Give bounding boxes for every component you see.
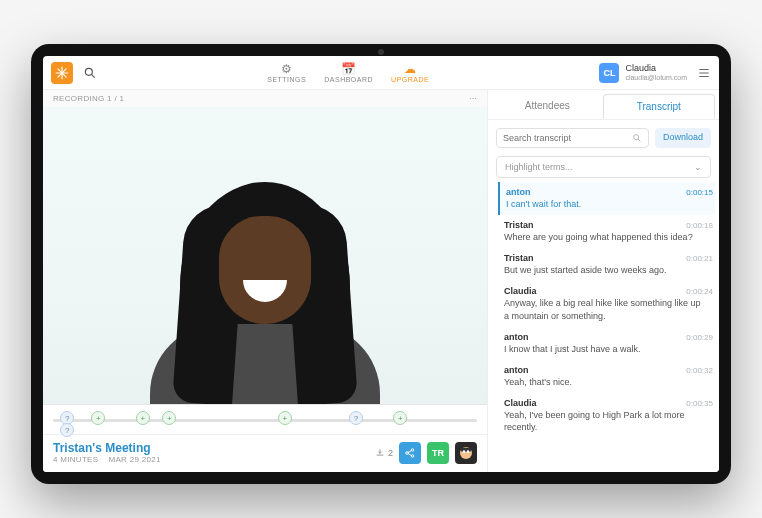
timeline-highlight-marker[interactable]: + bbox=[136, 411, 150, 425]
transcript-badge[interactable]: TR bbox=[427, 442, 449, 464]
transcript-text: But we just started aside two weeks ago. bbox=[504, 264, 713, 276]
nav-label: DASHBOARD bbox=[324, 76, 373, 83]
calendar-icon: 📅 bbox=[341, 63, 357, 75]
transcript-panel: Attendees Transcript Download Highlight … bbox=[487, 90, 719, 472]
highlight-placeholder: Highlight terms... bbox=[505, 162, 573, 172]
search-transcript-input[interactable] bbox=[503, 133, 626, 143]
tablet-camera bbox=[378, 49, 384, 55]
nav-upgrade[interactable]: ☁ UPGRADE bbox=[391, 63, 429, 83]
search-icon[interactable] bbox=[83, 66, 97, 80]
nav-dashboard[interactable]: 📅 DASHBOARD bbox=[324, 63, 373, 83]
transcript-list[interactable]: anton0:00:15I can't wait for that.Trista… bbox=[488, 182, 719, 472]
gear-icon: ⚙ bbox=[281, 63, 293, 75]
svg-point-16 bbox=[463, 450, 466, 453]
transcript-text: I know that I just Just have a walk. bbox=[504, 343, 713, 355]
svg-point-4 bbox=[85, 68, 92, 75]
transcript-entry[interactable]: Tristan0:00:21But we just started aside … bbox=[498, 248, 715, 281]
transcript-speaker: anton bbox=[504, 365, 529, 375]
transcript-entry[interactable]: anton0:00:29I know that I just Just have… bbox=[498, 327, 715, 360]
transcript-speaker: anton bbox=[504, 332, 529, 342]
timeline-highlight-marker[interactable]: + bbox=[91, 411, 105, 425]
transcript-entry[interactable]: Tristan0:00:18Where are you going what h… bbox=[498, 215, 715, 248]
user-email: claudia@lotum.com bbox=[625, 74, 687, 82]
nav-label: SETTINGS bbox=[267, 76, 306, 83]
timeline[interactable]: ??++++?+ bbox=[43, 404, 487, 434]
svg-point-17 bbox=[467, 450, 470, 453]
transcript-speaker: Tristan bbox=[504, 253, 534, 263]
svg-rect-15 bbox=[461, 447, 472, 451]
video-player[interactable] bbox=[43, 107, 487, 404]
svg-line-19 bbox=[638, 139, 640, 141]
transcript-timestamp[interactable]: 0:00:35 bbox=[686, 399, 713, 408]
transcript-text: Anyway, like a big real hike like someth… bbox=[504, 297, 713, 321]
search-small-icon bbox=[632, 133, 642, 143]
video-subject bbox=[145, 174, 385, 404]
recording-indicator: RECORDING 1 / 1 bbox=[53, 94, 124, 103]
transcript-text: Yeah, that's nice. bbox=[504, 376, 713, 388]
app-badge[interactable] bbox=[455, 442, 477, 464]
transcript-timestamp[interactable]: 0:00:32 bbox=[686, 366, 713, 375]
transcript-speaker: Tristan bbox=[504, 220, 534, 230]
transcript-text: Where are you going what happened this i… bbox=[504, 231, 713, 243]
timeline-track bbox=[53, 419, 477, 422]
user-chip[interactable]: CL Claudia claudia@lotum.com bbox=[599, 63, 687, 83]
spark-icon bbox=[55, 66, 69, 80]
recording-menu-icon[interactable]: ⋯ bbox=[469, 94, 477, 103]
transcript-entry[interactable]: anton0:00:32Yeah, that's nice. bbox=[498, 360, 715, 393]
download-small-icon bbox=[375, 448, 385, 458]
transcript-text: Yeah, I've been going to High Park a lot… bbox=[504, 409, 713, 433]
meeting-title[interactable]: Tristan's Meeting bbox=[53, 441, 161, 455]
meeting-footer: Tristan's Meeting 4 MINUTES MAR 29 2021 … bbox=[43, 434, 487, 472]
timeline-highlight-marker[interactable]: + bbox=[278, 411, 292, 425]
svg-line-12 bbox=[408, 450, 412, 452]
transcript-entry[interactable]: Claudia0:00:35Yeah, I've been going to H… bbox=[498, 393, 715, 438]
download-button[interactable]: Download bbox=[655, 128, 711, 148]
svg-line-13 bbox=[408, 453, 412, 455]
face-icon bbox=[458, 445, 474, 461]
highlight-terms-select[interactable]: Highlight terms... ⌄ bbox=[496, 156, 711, 178]
menu-icon[interactable] bbox=[697, 66, 711, 80]
user-name: Claudia bbox=[625, 64, 687, 74]
transcript-entry[interactable]: anton0:00:15I can't wait for that. bbox=[498, 182, 715, 215]
transcript-timestamp[interactable]: 0:00:18 bbox=[686, 221, 713, 230]
chevron-down-icon: ⌄ bbox=[694, 162, 702, 172]
tab-attendees[interactable]: Attendees bbox=[492, 94, 603, 119]
share-icon bbox=[404, 447, 416, 459]
transcript-speaker: Claudia bbox=[504, 398, 537, 408]
top-bar: ⚙ SETTINGS 📅 DASHBOARD ☁ UPGRADE CL Clau… bbox=[43, 56, 719, 90]
transcript-timestamp[interactable]: 0:00:15 bbox=[686, 188, 713, 197]
transcript-timestamp[interactable]: 0:00:21 bbox=[686, 254, 713, 263]
transcript-speaker: Claudia bbox=[504, 286, 537, 296]
avatar: CL bbox=[599, 63, 619, 83]
app-logo[interactable] bbox=[51, 62, 73, 84]
share-button[interactable] bbox=[399, 442, 421, 464]
tab-transcript[interactable]: Transcript bbox=[603, 94, 716, 119]
nav-center: ⚙ SETTINGS 📅 DASHBOARD ☁ UPGRADE bbox=[267, 63, 429, 83]
svg-point-18 bbox=[634, 135, 639, 140]
timeline-highlight-marker[interactable]: + bbox=[162, 411, 176, 425]
timeline-question-marker[interactable]: ? bbox=[349, 411, 363, 425]
attendee-number: 2 bbox=[388, 448, 393, 458]
attendee-count[interactable]: 2 bbox=[375, 448, 393, 458]
nav-label: UPGRADE bbox=[391, 76, 429, 83]
timeline-highlight-marker[interactable]: + bbox=[393, 411, 407, 425]
cloud-up-icon: ☁ bbox=[404, 63, 417, 75]
nav-settings[interactable]: ⚙ SETTINGS bbox=[267, 63, 306, 83]
transcript-entry[interactable]: Claudia0:00:24Anyway, like a big real hi… bbox=[498, 281, 715, 326]
meeting-duration: 4 MINUTES bbox=[53, 455, 98, 464]
transcript-timestamp[interactable]: 0:00:29 bbox=[686, 333, 713, 342]
video-pane: RECORDING 1 / 1 ⋯ ??++ bbox=[43, 90, 487, 472]
transcript-speaker: anton bbox=[506, 187, 531, 197]
svg-line-5 bbox=[91, 74, 94, 77]
transcript-text: I can't wait for that. bbox=[506, 198, 713, 210]
search-transcript-box[interactable] bbox=[496, 128, 649, 148]
meeting-date: MAR 29 2021 bbox=[108, 455, 160, 464]
transcript-timestamp[interactable]: 0:00:24 bbox=[686, 287, 713, 296]
